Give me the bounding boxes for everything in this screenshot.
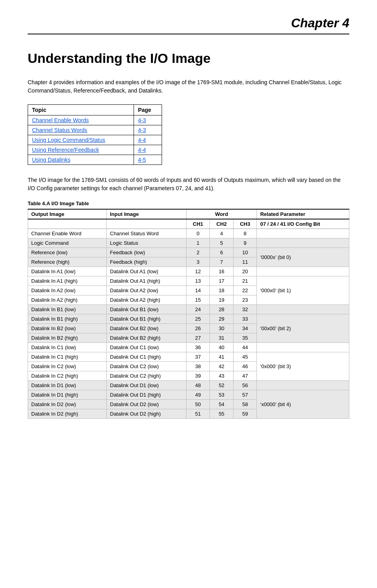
cell-input: Datalink Out B2 (high)	[107, 333, 187, 342]
toc-link[interactable]: Channel Status Words	[32, 127, 87, 133]
io-subh-ch1: CH1	[186, 219, 210, 229]
toc-page-link[interactable]: 4-3	[138, 117, 146, 123]
io-subh-param: 07 / 24 / 41 I/O Config Bit	[257, 219, 349, 229]
table-row: Logic CommandLogic Status159	[28, 238, 349, 248]
cell-ch2: 31	[210, 333, 234, 342]
table-row: Reference (low)Feedback (low)2610‘0000x’…	[28, 248, 349, 257]
cell-ch3: 57	[233, 390, 257, 399]
table-row: Datalink In A1 (high)Datalink Out A1 (hi…	[28, 276, 349, 285]
cell-output: Datalink In A1 (high)	[28, 276, 107, 285]
toc-row: Using Reference/Feedback4-4	[28, 145, 162, 155]
toc-page-link[interactable]: 4-3	[138, 127, 146, 133]
cell-ch3: 10	[233, 248, 257, 257]
cell-ch3: 32	[233, 304, 257, 314]
table-row: Datalink In B1 (high)Datalink Out B1 (hi…	[28, 314, 349, 323]
cell-ch1: 1	[186, 238, 210, 248]
cell-output: Datalink In C1 (low)	[28, 342, 107, 352]
cell-ch2: 40	[210, 342, 234, 352]
cell-input: Datalink Out B1 (high)	[107, 314, 187, 323]
cell-input: Feedback (high)	[107, 257, 187, 267]
cell-ch1: 0	[186, 229, 210, 238]
cell-output: Channel Enable Word	[28, 229, 107, 238]
cell-output: Reference (low)	[28, 248, 107, 257]
cell-ch1: 38	[186, 361, 210, 371]
cell-output: Datalink In A1 (low)	[28, 267, 107, 276]
toc-page-link[interactable]: 4-4	[138, 137, 146, 143]
cell-output: Datalink In D1 (low)	[28, 380, 107, 390]
cell-input: Channel Status Word	[107, 229, 187, 238]
cell-ch3: 58	[233, 399, 257, 409]
cell-ch1: 14	[186, 285, 210, 295]
cell-ch3: 22	[233, 285, 257, 295]
cell-ch3: 8	[233, 229, 257, 238]
toc-row: Using Logic Command/Status4-4	[28, 135, 162, 145]
io-subh-input	[107, 219, 187, 229]
cell-param	[257, 380, 349, 390]
cell-ch2: 17	[210, 276, 234, 285]
toc-page-link[interactable]: 4-4	[138, 147, 146, 153]
toc-link[interactable]: Using Datalinks	[32, 157, 70, 163]
cell-ch3: 46	[233, 361, 257, 371]
cell-input: Datalink Out C2 (high)	[107, 371, 187, 380]
toc-link[interactable]: Channel Enable Words	[32, 117, 89, 123]
io-col-related: Related Parameter	[257, 209, 349, 219]
cell-input: Datalink Out D2 (low)	[107, 399, 187, 409]
cell-ch2: 5	[210, 238, 234, 248]
table-label: Table 4.A I/O Image Table	[28, 200, 349, 206]
cell-ch3: 33	[233, 314, 257, 323]
cell-ch3: 45	[233, 352, 257, 361]
cell-output: Datalink In D1 (high)	[28, 390, 107, 399]
cell-output: Reference (high)	[28, 257, 107, 267]
cell-input: Datalink Out C1 (low)	[107, 342, 187, 352]
toc-header-topic: Topic	[28, 104, 134, 115]
cell-input: Logic Status	[107, 238, 187, 248]
cell-input: Datalink Out A1 (low)	[107, 267, 187, 276]
cell-ch1: 12	[186, 267, 210, 276]
toc-page-link[interactable]: 4-5	[138, 157, 146, 163]
cell-ch1: 25	[186, 314, 210, 323]
io-col-input: Input Image	[107, 209, 187, 219]
toc-link[interactable]: Using Reference/Feedback	[32, 147, 99, 153]
cell-output: Datalink In B1 (low)	[28, 304, 107, 314]
cell-ch3: 11	[233, 257, 257, 267]
table-row: Channel Enable WordChannel Status Word04…	[28, 229, 349, 238]
toc-page-cell: 4-3	[134, 125, 162, 135]
cell-ch2: 16	[210, 267, 234, 276]
cell-ch2: 43	[210, 371, 234, 380]
io-subh-ch3: CH3	[233, 219, 257, 229]
toc-page-cell: 4-3	[134, 115, 162, 125]
section-text: The I/O image for the 1769-SM1 consists …	[28, 176, 349, 193]
cell-ch1: 37	[186, 352, 210, 361]
cell-param	[257, 304, 349, 314]
cell-output: Datalink In A2 (low)	[28, 285, 107, 295]
toc-topic-cell: Channel Status Words	[28, 125, 134, 135]
cell-ch3: 44	[233, 342, 257, 352]
cell-input: Datalink Out D1 (low)	[107, 380, 187, 390]
toc-topic-cell: Using Datalinks	[28, 155, 134, 164]
cell-ch2: 29	[210, 314, 234, 323]
cell-param	[257, 229, 349, 238]
cell-ch3: 20	[233, 267, 257, 276]
cell-ch2: 6	[210, 248, 234, 257]
toc-row: Using Datalinks4-5	[28, 155, 162, 164]
cell-output: Logic Command	[28, 238, 107, 248]
cell-param	[257, 267, 349, 276]
cell-ch1: 27	[186, 333, 210, 342]
toc-link[interactable]: Using Logic Command/Status	[32, 137, 105, 143]
toc-row: Channel Status Words4-3	[28, 125, 162, 135]
cell-output: Datalink In A2 (high)	[28, 295, 107, 304]
cell-input: Datalink Out B1 (low)	[107, 304, 187, 314]
cell-ch1: 50	[186, 399, 210, 409]
table-row: Datalink In C1 (high)Datalink Out C1 (hi…	[28, 352, 349, 361]
cell-ch2: 7	[210, 257, 234, 267]
cell-ch2: 30	[210, 323, 234, 333]
toc-page-cell: 4-4	[134, 135, 162, 145]
cell-param: ‘00x00’ (bit 2)	[257, 314, 349, 342]
cell-input: Datalink Out D1 (high)	[107, 390, 187, 399]
cell-ch2: 28	[210, 304, 234, 314]
cell-ch3: 21	[233, 276, 257, 285]
chapter-label: Chapter 4	[291, 16, 349, 30]
io-subh-ch2: CH2	[210, 219, 234, 229]
table-row: Datalink In B1 (low)Datalink Out B1 (low…	[28, 304, 349, 314]
table-row: Datalink In D1 (low)Datalink Out D1 (low…	[28, 380, 349, 390]
